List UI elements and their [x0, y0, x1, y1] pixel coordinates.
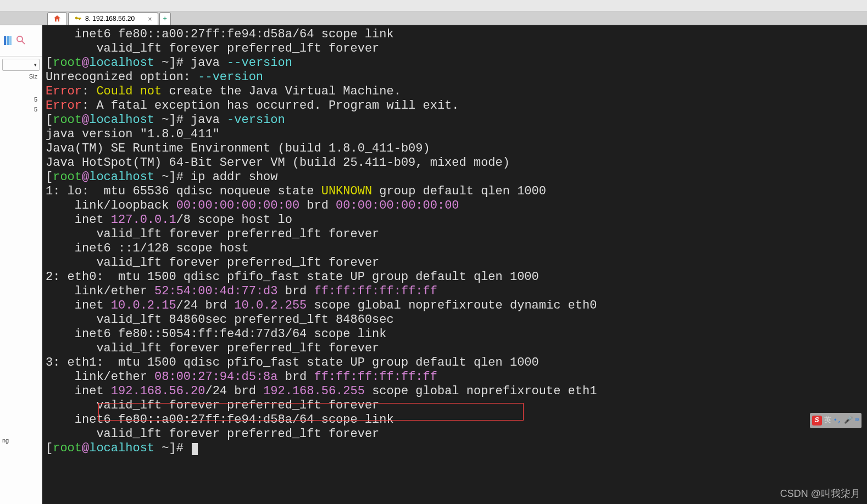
terminal-line: 2: eth0: mtu 1500 qdisc pfifo_fast state… — [46, 270, 864, 284]
terminal-line: inet 10.0.2.15/24 brd 10.0.2.255 scope g… — [46, 299, 864, 313]
terminal-line: [root@localhost ~]# — [46, 441, 864, 456]
svg-rect-0 — [4, 36, 6, 45]
key-icon — [74, 15, 82, 23]
terminal-line: valid_lft forever preferred_lft forever — [46, 427, 864, 441]
terminal-line: java version "1.8.0_411" — [46, 127, 864, 142]
plus-icon: + — [163, 15, 167, 23]
terminal-line: valid_lft forever preferred_lft forever — [46, 227, 864, 242]
terminal-line: link/ether 52:54:00:4d:77:d3 brd ff:ff:f… — [46, 284, 864, 299]
svg-rect-1 — [7, 36, 9, 45]
terminal-line: valid_lft forever preferred_lft forever — [46, 256, 864, 270]
svg-line-4 — [22, 41, 25, 44]
terminal-line: Unrecognized option: --version — [46, 70, 864, 85]
tab-bar: 8. 192.168.56.20 × + — [0, 12, 867, 25]
ime-keyboard-icon: ⌨ — [855, 413, 859, 428]
terminal-line: 1: lo: mtu 65536 qdisc noqueue state UNK… — [46, 184, 864, 199]
bookmark-icon[interactable] — [3, 36, 12, 46]
terminal-line: Error: A fatal exception has occurred. P… — [46, 99, 864, 113]
ime-mic-icon: 🎤 — [844, 413, 853, 428]
svg-point-3 — [17, 36, 23, 42]
tab-session[interactable]: 8. 192.168.56.20 × — [68, 12, 158, 25]
terminal-line: inet 192.168.56.20/24 brd 192.168.56.255… — [46, 384, 864, 399]
terminal-line: inet6 ::1/128 scope host — [46, 242, 864, 256]
ime-logo-icon: S — [812, 416, 822, 425]
terminal-line: [root@localhost ~]# ip addr show — [46, 170, 864, 184]
watermark: CSDN @叫我柒月 — [780, 486, 860, 501]
search-icon[interactable] — [16, 36, 25, 46]
sidebar: ▾ Siz 5 5 ng — [0, 25, 42, 504]
size-header: Siz — [0, 73, 42, 80]
terminal-line: link/loopback 00:00:00:00:00:00 brd 00:0… — [46, 199, 864, 213]
close-icon[interactable]: × — [148, 15, 152, 23]
sidebar-label-ng: ng — [0, 437, 9, 444]
terminal-line: [root@localhost ~]# java -version — [46, 113, 864, 127]
tab-home[interactable] — [47, 12, 67, 25]
ime-lang: 英 — [824, 413, 831, 428]
menu-bar[interactable] — [0, 0, 867, 12]
tab-title: 8. 192.168.56.20 — [85, 15, 135, 23]
terminal-line: [root@localhost ~]# java --version — [46, 56, 864, 70]
terminal-line: Error: Could not create the Java Virtual… — [46, 85, 864, 99]
home-icon — [52, 14, 62, 23]
terminal-line: link/ether 08:00:27:94:d5:8a brd ff:ff:f… — [46, 370, 864, 384]
terminal-line: Java(TM) SE Runtime Environment (build 1… — [46, 142, 864, 156]
terminal-line: valid_lft forever preferred_lft forever — [46, 341, 864, 356]
terminal-line: inet6 fe80::a00:27ff:fe94:d58a/64 scope … — [46, 413, 864, 427]
terminal-line: 3: eth1: mtu 1500 qdisc pfifo_fast state… — [46, 356, 864, 370]
sidebar-num-2: 5 — [0, 106, 42, 113]
terminal-line: Java HotSpot(TM) 64-Bit Server VM (build… — [46, 156, 864, 170]
terminal-line: inet6 fe80::5054:ff:fe4d:77d3/64 scope l… — [46, 327, 864, 341]
sidebar-tools — [0, 25, 42, 57]
chevron-down-icon: ▾ — [34, 62, 37, 68]
terminal-line: valid_lft 84860sec preferred_lft 84860se… — [46, 313, 864, 327]
terminal-line: valid_lft forever preferred_lft forever — [46, 42, 864, 56]
terminal-line: valid_lft forever preferred_lft forever — [46, 399, 864, 413]
sidebar-num-1: 5 — [0, 96, 42, 103]
ime-comma-icon: •, — [833, 413, 842, 428]
sidebar-select[interactable]: ▾ — [2, 59, 40, 71]
svg-rect-2 — [9, 36, 12, 45]
tab-new[interactable]: + — [159, 12, 171, 25]
ime-indicator[interactable]: S 英 •, 🎤 ⌨ — [810, 413, 862, 428]
cursor — [192, 443, 198, 455]
terminal-line: inet 127.0.0.1/8 scope host lo — [46, 213, 864, 227]
terminal-line: inet6 fe80::a00:27ff:fe94:d58a/64 scope … — [46, 27, 864, 42]
terminal[interactable]: inet6 fe80::a00:27ff:fe94:d58a/64 scope … — [42, 25, 867, 504]
